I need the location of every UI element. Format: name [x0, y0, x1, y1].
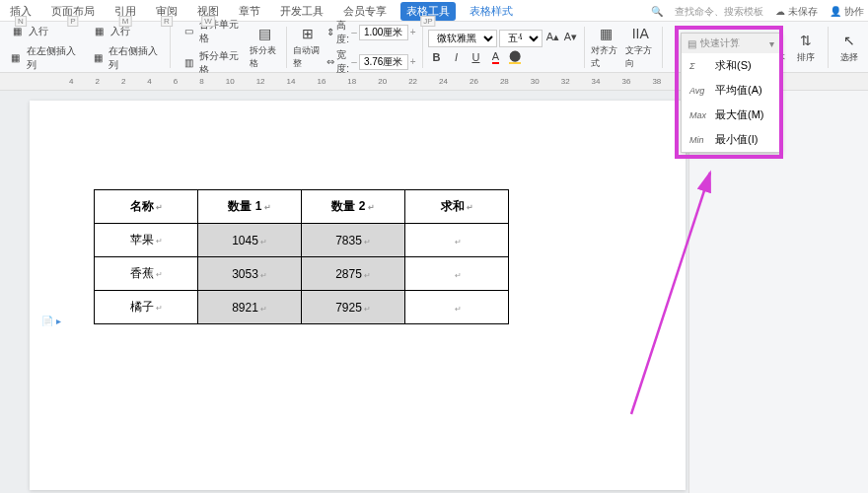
font-name-select[interactable]: 微软雅黑 — [428, 30, 497, 47]
tab-page-layout[interactable]: 页面布局P — [45, 2, 101, 21]
search-placeholder[interactable]: 查找命令、搜索模板 — [675, 5, 763, 19]
tab-dev-tools[interactable]: 开发工具 — [274, 2, 329, 21]
table-row[interactable]: 香蕉↵ 3053↵ 2875↵ ↵ — [95, 257, 509, 291]
table-row[interactable]: 橘子↵ 8921↵ 7925↵ ↵ — [95, 291, 509, 324]
bold-btn[interactable]: B — [428, 49, 444, 65]
tab-table-style[interactable]: 表格样式 — [464, 2, 519, 21]
height-label: 高度: — [336, 19, 349, 46]
header-sum[interactable]: 求和↵ — [405, 190, 509, 224]
highlight-btn[interactable]: ⬤ — [507, 49, 523, 65]
width-input[interactable] — [359, 54, 408, 70]
width-label: 宽度: — [336, 48, 349, 76]
font-shrink-btn[interactable]: A▾ — [562, 30, 578, 45]
tab-insert[interactable]: 插入N — [4, 2, 37, 21]
table-row[interactable]: 苹果↵ 1045↵ 7835↵ ↵ — [95, 224, 509, 257]
collab-status[interactable]: 👤 协作 — [830, 5, 864, 19]
auto-adjust-icon: ⊞ — [298, 24, 318, 43]
max-icon: Max — [689, 110, 707, 120]
tab-chapter[interactable]: 章节 — [233, 2, 266, 21]
tab-member[interactable]: 会员专享 — [337, 2, 393, 21]
italic-btn[interactable]: I — [448, 49, 464, 65]
sort-btn[interactable]: ⇅排序 — [791, 31, 822, 64]
header-qty2[interactable]: 数量 2↵ — [302, 190, 405, 224]
tab-table-tools[interactable]: 表格工具JP — [400, 2, 456, 21]
align-btn[interactable]: ▦对齐方式 — [591, 24, 621, 70]
insert-col-right-icon: ▦ — [89, 49, 107, 67]
auto-adjust-btn[interactable]: ⊞自动调整 — [293, 24, 324, 70]
cursor-icon: ↖ — [839, 31, 859, 50]
search-icon[interactable]: 🔍 — [651, 6, 663, 17]
insert-col-left-btn[interactable]: ▦在左侧插入列 — [4, 43, 82, 73]
align-icon: ▦ — [597, 24, 616, 43]
quick-calc-sum[interactable]: Σ求和(S) — [682, 53, 780, 78]
split-table-icon: ▤ — [255, 24, 275, 43]
quick-calc-avg[interactable]: Avg平均值(A) — [682, 78, 780, 103]
insert-col-right-btn[interactable]: ▦在右侧插入列 — [86, 43, 164, 73]
document-page[interactable]: 📄 ▸ 名称↵ 数量 1↵ 数量 2↵ 求和↵ 苹果↵ 1045↵ 7835↵ … — [30, 101, 686, 490]
split-table-btn[interactable]: ▤拆分表格 — [250, 24, 280, 70]
quick-calc-menu: ▤快速计算▾ Σ求和(S) Avg平均值(A) Max最大值(M) Min最小值… — [681, 33, 781, 153]
text-direction-btn[interactable]: IIA文字方向 — [625, 24, 656, 70]
avg-icon: Avg — [689, 86, 707, 96]
tab-view[interactable]: 视图W — [191, 2, 225, 21]
quick-calc-header: 快速计算 — [700, 36, 740, 50]
width-icon: ⇔ — [326, 56, 334, 67]
tab-review[interactable]: 审阅R — [150, 2, 183, 21]
header-name[interactable]: 名称↵ — [95, 190, 198, 224]
min-icon: Min — [689, 135, 707, 145]
font-size-select[interactable]: 五号 — [499, 30, 542, 47]
underline-btn[interactable]: U — [468, 49, 483, 65]
quick-calc-min[interactable]: Min最小值(I) — [682, 127, 780, 152]
doc-anchor-icon: 📄 ▸ — [41, 316, 61, 326]
unsaved-status[interactable]: ☁ 未保存 — [775, 5, 818, 19]
sort-icon: ⇅ — [796, 31, 816, 50]
font-grow-btn[interactable]: A▴ — [544, 30, 560, 45]
calculator-icon: ▤ — [687, 38, 696, 49]
table-header-row[interactable]: 名称↵ 数量 1↵ 数量 2↵ 求和↵ — [95, 190, 509, 224]
font-color-btn[interactable]: A — [487, 49, 503, 65]
tab-references[interactable]: 引用M — [108, 2, 142, 21]
ribbon-tabs: 插入N 页面布局P 引用M 审阅R 视图W 章节 开发工具 会员专享 表格工具J… — [0, 0, 868, 22]
height-input[interactable] — [359, 25, 408, 40]
insert-row-icon: ▦ — [89, 23, 108, 40]
quick-calc-max[interactable]: Max最大值(M) — [682, 103, 780, 127]
height-icon: ⇕ — [326, 27, 334, 37]
document-table[interactable]: 名称↵ 数量 1↵ 数量 2↵ 求和↵ 苹果↵ 1045↵ 7835↵ ↵ 香蕉… — [94, 189, 509, 324]
insert-col-left-icon: ▦ — [7, 49, 25, 67]
merge-icon: ▭ — [180, 23, 197, 40]
text-dir-icon: IIA — [630, 24, 650, 43]
select-btn[interactable]: ↖选择 — [833, 31, 864, 64]
split-cell-icon: ▥ — [180, 54, 197, 72]
header-qty1[interactable]: 数量 1↵ — [198, 190, 302, 224]
sigma-icon: Σ — [689, 61, 707, 71]
